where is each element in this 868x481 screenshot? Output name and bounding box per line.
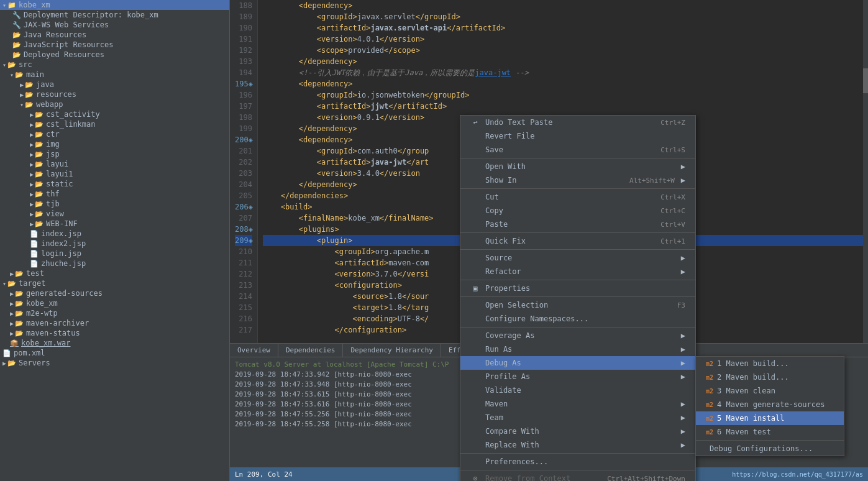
sidebar-item-layui[interactable]: ▶ 📂 layui (0, 159, 229, 169)
tree-arrow: ▶ (30, 201, 34, 208)
sidebar-item-main[interactable]: ▾ 📂 main (0, 70, 229, 80)
scrollbar-thumb[interactable] (863, 68, 868, 93)
sidebar-item-static[interactable]: ▶ 📂 static (0, 179, 229, 189)
sidebar-item-webapp[interactable]: ▾ 📂 webapp (0, 99, 229, 109)
submenu-item-maven-build2[interactable]: m2 2 Maven build... (696, 370, 844, 384)
menu-item-remove-from-context[interactable]: ⊗ Remove from Context Ctrl+Alt+Shift+Dow… (460, 472, 695, 481)
tree-arrow: ▶ (10, 320, 14, 327)
menu-item-properties[interactable]: ▣ Properties (460, 282, 695, 295)
sidebar-item-cst_linkman[interactable]: ▶ 📂 cst_linkman (0, 119, 229, 129)
sidebar-item-layui1[interactable]: ▶ 📂 layui1 (0, 169, 229, 179)
tree-arrow: ▶ (30, 121, 34, 128)
menu-item-maven[interactable]: Maven ▶ (460, 397, 695, 411)
folder-icon: 📂 (25, 81, 34, 89)
tree-arrow: ▶ (30, 191, 34, 198)
menu-item-profile-as[interactable]: Profile As ▶ (460, 370, 695, 383)
sidebar-item-test[interactable]: ▶ 📂 test (0, 268, 229, 278)
sidebar-item-index2.jsp[interactable]: 📄 index2.jsp (0, 239, 229, 249)
sidebar-item-maven-status[interactable]: ▶ 📂 maven-status (0, 328, 229, 338)
sidebar-item-kobe_xm-target[interactable]: ▶ 📂 kobe_xm (0, 298, 229, 308)
sidebar-item-jax-ws[interactable]: 🔧 JAX-WS Web Services (0, 20, 229, 30)
maven-icon: m2 (706, 401, 713, 408)
sidebar-item-m2e-wtp[interactable]: ▶ 📂 m2e-wtp (0, 308, 229, 318)
sidebar-item-WEB-INF[interactable]: ▶ 📂 WEB-INF (0, 219, 229, 229)
sidebar-item-servers[interactable]: ▶ 📂 Servers (0, 358, 229, 368)
submenu-item-maven-test[interactable]: m2 6 Maven test (696, 425, 844, 439)
menu-item-team[interactable]: Team ▶ (460, 411, 695, 424)
menu-item-preferences[interactable]: Preferences... (460, 455, 695, 469)
folder-icon: 📂 (35, 200, 43, 208)
submenu-item-maven-clean[interactable]: m2 3 Maven clean (696, 384, 844, 398)
status-item: Ln 209, Col 24 (235, 470, 293, 479)
menu-item-copy[interactable]: Copy Ctrl+C (460, 204, 695, 218)
menu-sep (460, 470, 695, 470)
submenu-item-maven-build1[interactable]: m2 1 Maven build... (696, 357, 844, 370)
sidebar-item-thf[interactable]: ▶ 📂 thf (0, 189, 229, 199)
folder-icon: 📂 (25, 91, 34, 99)
menu-item-source[interactable]: Source ▶ (460, 251, 695, 265)
menu-item-show-in[interactable]: Show In Alt+Shift+W ▶ (460, 173, 695, 187)
tree-arrow: ▶ (30, 161, 34, 168)
menu-item-open-selection[interactable]: Open Selection F3 (460, 298, 695, 312)
submenu-arrow: ▶ (681, 254, 685, 262)
sidebar-item-jsp[interactable]: ▶ 📂 jsp (0, 149, 229, 159)
submenu-item-debug-configs[interactable]: Debug Configurations... (696, 442, 844, 456)
sidebar-item-view[interactable]: ▶ 📂 view (0, 209, 229, 219)
sidebar-item-cst_activity[interactable]: ▶ 📂 cst_activity (0, 109, 229, 119)
submenu-item-maven-generate[interactable]: m2 4 Maven generate-sources (696, 398, 844, 411)
menu-item-replace-with[interactable]: Replace With ▶ (460, 438, 695, 452)
menu-item-validate[interactable]: Validate (460, 383, 695, 397)
folder-icon: 📂 (35, 160, 43, 168)
sidebar-item-src[interactable]: ▾ 📂 src (0, 60, 229, 70)
sidebar-item-target[interactable]: ▾ 📂 target (0, 278, 229, 288)
menu-item-configure-namespaces[interactable]: Configure Namespaces... (460, 312, 695, 326)
xml-icon: 📄 (2, 349, 11, 357)
menu-item-save[interactable]: Save Ctrl+S (460, 143, 695, 157)
sidebar-item-resources[interactable]: ▶ 📂 resources (0, 89, 229, 99)
menu-item-refactor[interactable]: Refactor ▶ (460, 265, 695, 278)
context-menu: ↩ Undo Text Paste Ctrl+Z Revert File Sav… (460, 115, 696, 481)
deployment-icon: 🔧 (12, 11, 21, 19)
debug-submenu: m2 1 Maven build... m2 2 Maven build... … (695, 356, 844, 456)
sidebar-item-kobe_xm.war[interactable]: 📦 kobe_xm.war (0, 338, 229, 348)
tree-arrow: ▶ (20, 81, 24, 88)
submenu-arrow: ▶ (681, 162, 685, 171)
sidebar-item-ctr[interactable]: ▶ 📂 ctr (0, 129, 229, 139)
submenu-sep (696, 440, 844, 441)
menu-item-compare-with[interactable]: Compare With ▶ (460, 424, 695, 438)
menu-item-run-as[interactable]: Run As ▶ (460, 342, 695, 356)
menu-item-debug-as[interactable]: Debug As ▶ m2 1 Maven build... m2 2 Mave… (460, 356, 695, 370)
sidebar-item-java-resources[interactable]: 📂 Java Resources (0, 30, 229, 40)
menu-item-undo[interactable]: ↩ Undo Text Paste Ctrl+Z (460, 116, 695, 129)
folder-icon: 📂 (35, 210, 43, 218)
submenu-item-maven-install[interactable]: m2 5 Maven install (696, 411, 844, 425)
sidebar-item-kobe_xm[interactable]: ▾ 📁 kobe_xm (0, 0, 229, 10)
tab-dependencies[interactable]: Dependencies (278, 344, 343, 357)
menu-item-coverage-as[interactable]: Coverage As ▶ (460, 329, 695, 342)
sidebar-item-img[interactable]: ▶ 📂 img (0, 139, 229, 149)
sidebar-item-generated-sources[interactable]: ▶ 📂 generated-sources (0, 288, 229, 298)
sidebar-item-java[interactable]: ▶ 📂 java (0, 80, 229, 89)
scrollbar-track[interactable] (863, 0, 868, 343)
tab-dep-hierarchy[interactable]: Dependency Hierarchy (343, 344, 441, 357)
menu-item-quick-fix[interactable]: Quick Fix Ctrl+1 (460, 234, 695, 248)
menu-item-cut[interactable]: Cut Ctrl+X (460, 190, 695, 204)
war-icon: 📦 (10, 339, 19, 347)
sidebar-item-js-resources[interactable]: 📂 JavaScript Resources (0, 40, 229, 50)
tree-arrow: ▶ (10, 330, 14, 337)
submenu-arrow: ▶ (681, 359, 685, 367)
menu-sep (460, 296, 695, 297)
menu-item-open-with[interactable]: Open With ▶ (460, 160, 695, 173)
sidebar-item-pom.xml[interactable]: 📄 pom.xml (0, 348, 229, 358)
sidebar-item-deployed[interactable]: 📂 Deployed Resources (0, 50, 229, 60)
sidebar-item-login.jsp[interactable]: 📄 login.jsp (0, 249, 229, 259)
menu-item-revert[interactable]: Revert File (460, 129, 695, 143)
main-container: ▾ 📁 kobe_xm 🔧 Deployment Descriptor: kob… (0, 0, 868, 481)
sidebar-item-maven-archiver[interactable]: ▶ 📂 maven-archiver (0, 318, 229, 328)
menu-item-paste[interactable]: Paste Ctrl+V (460, 218, 695, 231)
sidebar-item-tjb[interactable]: ▶ 📂 tjb (0, 199, 229, 209)
sidebar-item-deployment[interactable]: 🔧 Deployment Descriptor: kobe_xm (0, 10, 229, 20)
tab-overview[interactable]: Overview (230, 344, 278, 357)
sidebar-item-index.jsp[interactable]: 📄 index.jsp (0, 229, 229, 239)
sidebar-item-zhuche.jsp[interactable]: 📄 zhuche.jsp (0, 259, 229, 268)
